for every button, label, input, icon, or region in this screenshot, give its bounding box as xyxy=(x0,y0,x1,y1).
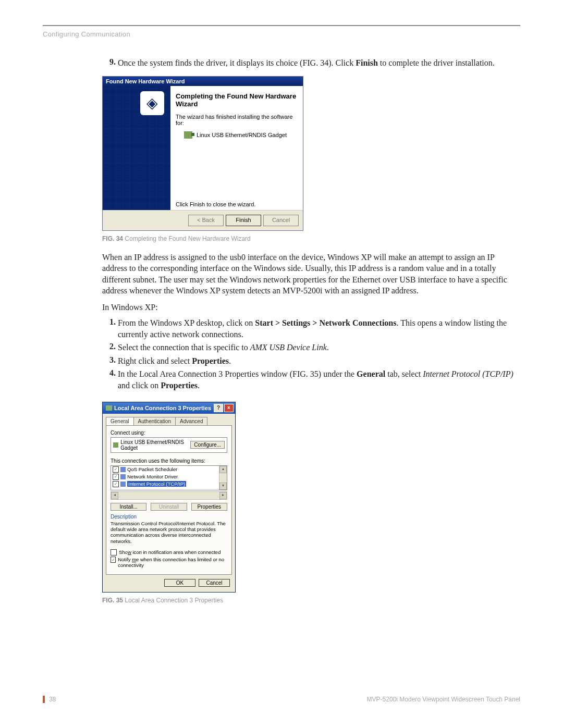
wizard-sidebar-graphic: ◈ xyxy=(103,86,170,210)
uninstall-button[interactable]: Uninstall xyxy=(151,503,187,511)
figure-34-wizard-window: Found New Hardware Wizard ◈ Completing t… xyxy=(102,76,303,231)
tab-general[interactable]: General xyxy=(106,417,134,425)
page-number: 38 xyxy=(49,696,56,703)
step-text: Right click and select Properties. xyxy=(118,355,520,367)
properties-title-text: Local Area Connection 3 Properties xyxy=(114,405,211,411)
install-button[interactable]: Install... xyxy=(111,503,146,511)
item-label: Network Monitor Driver xyxy=(127,474,178,479)
body-paragraph-2: In Windows XP: xyxy=(102,303,520,312)
step-number: 9. xyxy=(102,57,118,69)
figure-35-caption: FIG. 35 Local Area Connection 3 Properti… xyxy=(102,597,520,604)
help-button[interactable]: ? xyxy=(214,404,223,412)
scroll-up-icon[interactable]: ▴ xyxy=(219,466,227,473)
wizard-device-name: Linux USB Ethernet/RNDIS Gadget xyxy=(197,132,287,138)
list-item[interactable]: ✓Internet Protocol (TCP/IP) xyxy=(111,480,227,488)
properties-button[interactable]: Properties xyxy=(191,503,227,511)
tab-authentication[interactable]: Authentication xyxy=(133,417,176,425)
header-section: Configuring Communication xyxy=(43,30,130,38)
item-label: QoS Packet Scheduler xyxy=(127,466,177,472)
body-paragraph-1: When an IP address is assigned to the us… xyxy=(102,252,520,297)
back-button[interactable]: < Back xyxy=(188,215,224,226)
step-text: In the Local Area Connection 3 Propertie… xyxy=(118,368,520,391)
page-footer: 38 MVP-5200i Modero Viewpoint Widescreen… xyxy=(43,696,520,703)
step-number: 4. xyxy=(102,368,118,391)
wizard-heading: Completing the Found New Hardware Wizard xyxy=(176,92,298,108)
step-text: From the Windows XP desktop, click on St… xyxy=(118,317,520,340)
item-checkbox[interactable]: ✓ xyxy=(113,466,119,473)
protocol-icon xyxy=(120,467,126,472)
scroll-right-icon[interactable]: ▸ xyxy=(219,492,227,499)
wizard-titlebar: Found New Hardware Wizard xyxy=(103,77,303,86)
item-checkbox[interactable]: ✓ xyxy=(113,481,119,487)
items-label: This connection uses the following items… xyxy=(111,458,227,464)
properties-titlebar: Local Area Connection 3 Properties ? × xyxy=(103,402,235,414)
nic-field: Linux USB Ethernet/RNDIS Gadget xyxy=(113,439,190,451)
list-item: 4.In the Local Area Connection 3 Propert… xyxy=(102,368,520,391)
list-item[interactable]: ✓QoS Packet Scheduler xyxy=(111,466,227,473)
show-icon-label: Show icon in notification area when conn… xyxy=(119,549,221,555)
footer-title: MVP-5200i Modero Viewpoint Widescreen To… xyxy=(367,696,520,703)
top-rule xyxy=(43,25,520,26)
list-item: 3.Right click and select Properties. xyxy=(102,355,520,367)
show-icon-checkbox[interactable] xyxy=(111,549,117,556)
step-number: 2. xyxy=(102,342,118,353)
figure-35-properties-dialog: Local Area Connection 3 Properties ? × G… xyxy=(102,402,236,593)
vertical-scrollbar[interactable]: ▴ ▾ xyxy=(219,466,227,490)
step-9: 9. Once the system finds the driver, it … xyxy=(102,57,520,69)
scroll-down-icon[interactable]: ▾ xyxy=(219,483,227,490)
finish-button[interactable]: Finish xyxy=(226,215,261,226)
network-device-icon xyxy=(184,131,192,139)
step-text: Select the connection that is specific t… xyxy=(118,342,520,353)
notify-label: Notify me when this connection has limit… xyxy=(118,557,227,568)
configure-button[interactable]: Configure... xyxy=(190,441,225,449)
wizard-close-text: Click Finish to close the wizard. xyxy=(176,201,298,207)
notify-checkbox[interactable]: ✓ xyxy=(111,557,116,563)
connection-icon xyxy=(106,405,112,411)
close-button[interactable]: × xyxy=(224,404,234,412)
cancel-button-2[interactable]: Cancel xyxy=(199,579,230,587)
cancel-button[interactable]: Cancel xyxy=(263,215,299,226)
horizontal-scrollbar[interactable]: ◂ ▸ xyxy=(111,491,227,500)
item-checkbox[interactable]: ✓ xyxy=(113,474,119,480)
step-number: 3. xyxy=(102,355,118,367)
list-item[interactable]: ✓Network Monitor Driver xyxy=(111,473,227,480)
ok-button[interactable]: OK xyxy=(164,579,195,587)
items-listbox[interactable]: ✓QoS Packet Scheduler✓Network Monitor Dr… xyxy=(111,465,227,490)
figure-34-caption: FIG. 34 Completing the Found New Hardwar… xyxy=(102,235,520,242)
footer-accent-bar xyxy=(43,696,45,703)
wizard-logo-icon: ◈ xyxy=(140,91,164,115)
step-text: Once the system finds the driver, it dis… xyxy=(118,57,520,69)
item-label: Internet Protocol (TCP/IP) xyxy=(127,481,186,487)
description-text: Transmission Control Protocol/Internet P… xyxy=(111,521,227,545)
wizard-subtext: The wizard has finished installing the s… xyxy=(176,114,298,126)
step-number: 1. xyxy=(102,317,118,340)
protocol-icon xyxy=(120,482,126,487)
nic-icon xyxy=(113,442,118,448)
protocol-icon xyxy=(120,474,126,479)
scroll-left-icon[interactable]: ◂ xyxy=(111,492,118,499)
list-item: 2.Select the connection that is specific… xyxy=(102,342,520,353)
connect-using-label: Connect using: xyxy=(111,430,227,436)
tab-advanced[interactable]: Advanced xyxy=(175,417,207,425)
description-label: Description xyxy=(111,514,227,520)
list-item: 1.From the Windows XP desktop, click on … xyxy=(102,317,520,340)
